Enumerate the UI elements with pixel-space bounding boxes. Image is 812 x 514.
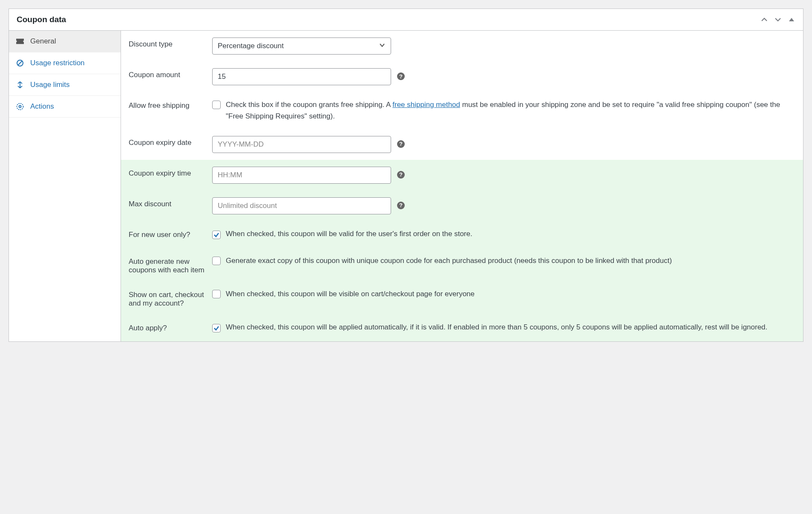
ticket-icon [16, 38, 24, 44]
free-shipping-link[interactable]: free shipping method [392, 101, 460, 109]
row-discount-type: Discount type Percentage discount [121, 31, 803, 61]
panel-header-actions [760, 16, 795, 23]
show-on-cart-checkbox[interactable] [212, 290, 221, 298]
sidebar-item-label: Usage restriction [30, 59, 85, 67]
row-auto-generate: Auto generate new coupons with each item… [121, 248, 803, 281]
expiry-date-input[interactable] [212, 136, 391, 153]
panel-body: General Usage restriction Usage limits A… [9, 31, 803, 341]
limits-icon [16, 81, 24, 89]
label-discount-type: Discount type [129, 38, 207, 49]
help-icon[interactable]: ? [397, 72, 405, 80]
move-up-icon[interactable] [760, 16, 768, 23]
move-down-icon[interactable] [774, 16, 782, 23]
row-max-discount: Max discount ? [121, 191, 803, 221]
svg-line-1 [18, 61, 22, 65]
row-for-new-user: For new user only? When checked, this co… [121, 221, 803, 248]
label-expiry-time: Coupon expiry time [129, 167, 207, 178]
coupon-amount-input[interactable] [212, 68, 391, 85]
sidebar-item-general[interactable]: General [9, 31, 121, 52]
label-for-new-user: For new user only? [129, 228, 207, 239]
row-allow-free-shipping: Allow free shipping Check this box if th… [121, 92, 803, 129]
label-expiry-date: Coupon expiry date [129, 136, 207, 147]
help-icon[interactable]: ? [397, 202, 405, 209]
panel-header: Coupon data [9, 9, 803, 31]
for-new-user-checkbox[interactable] [212, 231, 221, 239]
row-show-on-cart: Show on cart, checkout and my account? W… [121, 281, 803, 315]
row-expiry-time: Coupon expiry time ? [121, 160, 803, 191]
panel-title: Coupon data [17, 15, 760, 24]
label-auto-generate: Auto generate new coupons with each item [129, 255, 207, 274]
coupon-data-panel: Coupon data General [9, 9, 803, 342]
free-shipping-checkbox[interactable] [212, 101, 221, 109]
max-discount-input[interactable] [212, 197, 391, 214]
sidebar-item-label: Actions [30, 102, 54, 111]
sidebar: General Usage restriction Usage limits A… [9, 31, 121, 341]
sidebar-item-actions[interactable]: Actions [9, 96, 121, 118]
auto-apply-checkbox[interactable] [212, 324, 221, 332]
row-expiry-date: Coupon expiry date ? [121, 129, 803, 160]
row-auto-apply: Auto apply? When checked, this coupon wi… [121, 315, 803, 341]
auto-apply-desc: When checked, this coupon will be applie… [226, 321, 767, 333]
show-on-cart-desc: When checked, this coupon will be visibl… [226, 288, 475, 300]
gear-icon [16, 103, 24, 110]
label-free-shipping: Allow free shipping [129, 99, 207, 110]
svg-point-3 [17, 104, 23, 110]
free-shipping-desc: Check this box if the coupon grants free… [226, 99, 795, 122]
auto-generate-checkbox[interactable] [212, 257, 221, 265]
label-coupon-amount: Coupon amount [129, 68, 207, 79]
discount-type-select[interactable]: Percentage discount [212, 38, 391, 55]
sidebar-item-usage-limits[interactable]: Usage limits [9, 74, 121, 96]
svg-point-4 [19, 106, 21, 108]
collapse-icon[interactable] [788, 16, 795, 23]
help-icon[interactable]: ? [397, 140, 405, 148]
for-new-user-desc: When checked, this coupon will be valid … [226, 228, 472, 240]
discount-type-select-wrap: Percentage discount [212, 38, 391, 55]
expiry-time-input[interactable] [212, 167, 391, 184]
label-max-discount: Max discount [129, 197, 207, 208]
ban-icon [16, 59, 24, 67]
form-main: Discount type Percentage discount Coupon… [121, 31, 803, 341]
auto-generate-desc: Generate exact copy of this coupon with … [226, 255, 672, 266]
sidebar-item-usage-restriction[interactable]: Usage restriction [9, 52, 121, 74]
help-icon[interactable]: ? [397, 171, 405, 179]
label-auto-apply: Auto apply? [129, 321, 207, 332]
label-show-on-cart: Show on cart, checkout and my account? [129, 288, 207, 308]
sidebar-item-label: Usage limits [30, 81, 70, 89]
sidebar-item-label: General [30, 37, 56, 46]
row-coupon-amount: Coupon amount ? [121, 61, 803, 92]
